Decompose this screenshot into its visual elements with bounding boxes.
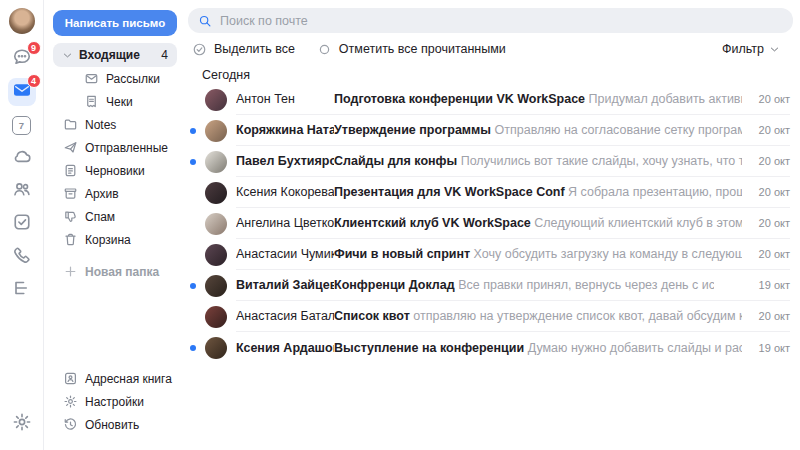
ring-icon: [317, 42, 332, 57]
user-avatar[interactable]: [9, 8, 35, 34]
unread-dot: [190, 128, 196, 134]
email-snippet: Следующий клиентский клуб в этом году в …: [534, 216, 742, 230]
email-date: 20 окт: [748, 217, 790, 229]
rail-settings-button[interactable]: [8, 410, 36, 438]
address-book-icon: [63, 371, 78, 386]
search-input[interactable]: [220, 14, 783, 28]
sidebar-item-archive[interactable]: Архив: [53, 182, 181, 205]
plus-icon: [63, 264, 78, 279]
cloud-button[interactable]: [8, 144, 36, 172]
filter-button[interactable]: Фильтр: [722, 42, 780, 56]
email-snippet: Отправляю на согласование сетку программ…: [495, 123, 742, 137]
sidebar-item-receipt[interactable]: Чеки: [53, 90, 181, 113]
gear-icon: [12, 412, 32, 436]
email-date: 20 окт: [748, 124, 790, 136]
mark-all-read-button[interactable]: Отметить все прочитанными: [317, 42, 506, 57]
sidebar-item-folder[interactable]: Notes: [53, 113, 181, 136]
sidebar-item-refresh[interactable]: Обновить: [53, 413, 172, 436]
calendar-button[interactable]: 7: [8, 111, 36, 139]
flag-icon: [317, 278, 329, 292]
email-subject: Презентация для VK WorkSpace Conf: [334, 185, 565, 199]
email-subject: Выступление на конференции: [334, 341, 524, 355]
sender-avatar[interactable]: [205, 120, 227, 142]
compose-button[interactable]: Написать письмо: [53, 10, 177, 36]
calls-button[interactable]: [8, 243, 36, 271]
settings-icon: [63, 394, 78, 409]
email-row[interactable]: Ксения Кокорева Презентация для VK WorkS…: [186, 177, 800, 208]
sidebar-item-newsletter[interactable]: Рассылки: [53, 67, 181, 90]
email-subject: Утверждение программы: [334, 123, 491, 137]
mail-button[interactable]: 4: [8, 78, 36, 106]
sender-name: Ксения Кокорева: [236, 185, 334, 199]
email-date: 20 окт: [748, 93, 790, 105]
sidebar-item-send[interactable]: Отправленные: [53, 136, 181, 159]
app-rail: 9 4 7: [0, 0, 44, 450]
sidebar-item-settings[interactable]: Настройки: [53, 390, 172, 413]
chevron-down-icon: [62, 50, 73, 61]
services-button[interactable]: [8, 276, 36, 304]
sender-avatar[interactable]: [205, 182, 227, 204]
select-all-button[interactable]: Выделить все: [192, 42, 295, 57]
tasks-button[interactable]: [8, 210, 36, 238]
sender-avatar[interactable]: [205, 306, 227, 328]
calendar-icon: 7: [12, 116, 31, 135]
sidebar-item-address-book[interactable]: Адресная книга: [53, 367, 172, 390]
sender-name: Анастасии Чумик: [236, 247, 334, 261]
sidebar-item-inbox[interactable]: Входящие 4: [53, 43, 177, 67]
chat-button[interactable]: 9: [8, 45, 36, 73]
contacts-button[interactable]: [8, 177, 36, 205]
sender-avatar[interactable]: [205, 151, 227, 173]
email-row[interactable]: Анастасия Баталова Список квот отправляю…: [186, 301, 800, 332]
mail-main: Выделить все Отметить все прочитанными Ф…: [186, 0, 800, 450]
email-date: 20 окт: [748, 248, 790, 260]
sidebar-bottom-links: Адресная книга Настройки Обновить: [53, 367, 172, 436]
email-subject: Конфренци Доклад: [334, 278, 455, 292]
sender-name: Виталий Зайцев: [236, 278, 334, 292]
email-row[interactable]: Ксения Ардашова Выступление на конференц…: [186, 332, 800, 363]
email-row[interactable]: Виталий Зайцев Конфренци Доклад Все прав…: [186, 270, 800, 301]
email-row[interactable]: Анастасии Чумик Фичи в новый спринт Хочу…: [186, 239, 800, 270]
trash-icon: [63, 232, 78, 247]
email-date: 19 окт: [748, 279, 790, 291]
unread-dot: [190, 283, 196, 289]
sender-avatar[interactable]: [205, 337, 227, 359]
email-subject: Подготовка конференции VK WorkSpace: [334, 92, 585, 106]
email-snippet: Думаю нужно добавить слайды и рассказать…: [528, 341, 742, 355]
folder-sidebar: Написать письмо Входящие 4 Рассылки Чеки…: [44, 0, 186, 450]
email-row[interactable]: Ангелина Цветкова Клиентский клуб VK Wor…: [186, 208, 800, 239]
check-circle-icon: [192, 42, 207, 57]
archive-icon: [63, 186, 78, 201]
inbox-count: 4: [161, 48, 168, 62]
sender-name: Коряжкина Наталья: [236, 123, 334, 137]
email-date: 20 окт: [748, 155, 790, 167]
sender-name: Антон Тен: [236, 92, 334, 106]
sender-name: Ксения Ардашова: [236, 341, 334, 355]
send-icon: [63, 140, 78, 155]
email-row[interactable]: Павел Бухтияров Слайды для конфы Получил…: [186, 146, 800, 177]
sender-avatar[interactable]: [205, 275, 227, 297]
sender-avatar[interactable]: [205, 244, 227, 266]
email-row[interactable]: Коряжкина Наталья Утверждение программы …: [186, 115, 800, 146]
search-bar[interactable]: [188, 8, 793, 33]
email-date: 20 окт: [748, 186, 790, 198]
sidebar-item-draft[interactable]: Черновики: [53, 159, 181, 182]
date-section-label: Сегодня: [202, 68, 250, 82]
email-list: Антон Тен Подготовка конференции VK Work…: [186, 84, 800, 363]
email-subject: Фичи в новый спринт: [334, 247, 470, 261]
attachment-icon: [722, 278, 736, 292]
people-icon: [12, 179, 32, 203]
sidebar-item-spam[interactable]: Спам: [53, 205, 181, 228]
email-date: 20 окт: [748, 310, 790, 322]
new-folder-button[interactable]: Новая папка: [53, 260, 181, 283]
spam-icon: [63, 209, 78, 224]
mail-badge: 4: [27, 74, 41, 88]
email-row[interactable]: Антон Тен Подготовка конференции VK Work…: [186, 84, 800, 115]
list-toolbar: Выделить все Отметить все прочитанными Ф…: [192, 40, 780, 58]
sender-avatar[interactable]: [205, 89, 227, 111]
email-snippet: Все правки принял, вернусь через день с …: [458, 278, 714, 292]
sender-avatar[interactable]: [205, 213, 227, 235]
sidebar-item-trash[interactable]: Корзина: [53, 228, 181, 251]
email-date: 19 окт: [748, 342, 790, 354]
email-subject: Клиентский клуб VK WorkSpace: [334, 216, 531, 230]
receipt-icon: [84, 94, 99, 109]
